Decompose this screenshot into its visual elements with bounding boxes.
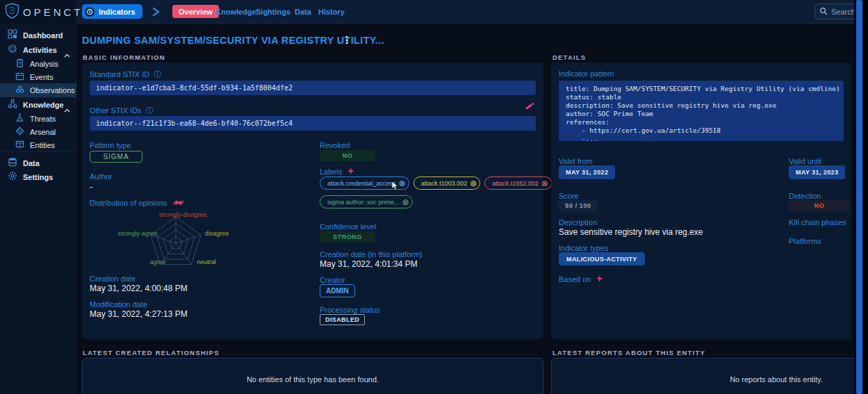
events-icon [15, 71, 24, 83]
score-label: Score [559, 192, 579, 200]
sidebar-item-label: Threats [30, 115, 56, 123]
description-label: Description [559, 218, 597, 227]
pattern-type-label: Pattern type [90, 141, 131, 149]
creation-date-label: Creation date [90, 274, 136, 283]
processing-status-label: Processing status [320, 306, 380, 314]
revoked-chip: NO [320, 150, 375, 161]
delete-label-icon[interactable]: ⊗ [541, 179, 548, 188]
sidebar-item-observations[interactable]: Observations [0, 83, 76, 97]
scrollbar-thumb[interactable] [856, 0, 862, 394]
other-stix-id-value: indicator--f21c1f3b-ea68-4de6-bf40-76c07… [90, 116, 536, 131]
sidebar-item-data[interactable]: Data [0, 156, 76, 170]
sidebar-item-entities[interactable]: Entities [0, 138, 76, 152]
page-title: DUMPING SAM/SYSTEM/SECURITY VIA REGISTRY… [82, 35, 384, 46]
gear-icon [8, 171, 17, 183]
delete-label-icon[interactable]: ⊗ [399, 179, 406, 188]
sidebar-item-events[interactable]: Events [0, 70, 76, 84]
label-chip[interactable]: attack.t1003.002 ⊗ [413, 177, 481, 190]
label-chip-text: attack.t1003.002 [421, 180, 468, 187]
relationships-header: LATEST CREATED RELATIONSHIPS [83, 349, 220, 356]
sidebar-item-knowledge[interactable]: Knowledge [0, 98, 76, 112]
radar-axis-label: disagree [205, 230, 229, 237]
modification-date-label: Modification date [90, 300, 147, 309]
relationships-panel: No entities of this type has been found. [82, 358, 543, 394]
breadcrumb-entity-chip[interactable]: Indicators [82, 4, 142, 19]
dashboard-icon [8, 29, 17, 42]
indicator-types-label: Indicator types [559, 244, 609, 252]
label-chip-text: attack.credential_access [327, 180, 396, 187]
info-icon[interactable]: ⓘ [154, 70, 161, 79]
pattern-type-chip: SIGMA [90, 151, 142, 163]
add-based-on-button[interactable]: + [596, 273, 602, 284]
labels-label: Labels+ [320, 167, 354, 176]
delete-label-icon[interactable]: ⊗ [470, 179, 477, 188]
sidebar-item-arsenal[interactable]: Arsenal [0, 125, 76, 139]
threats-icon [15, 113, 24, 125]
score-chip: 50 / 100 [559, 200, 598, 211]
top-bar: OPENCTI Indicators Overview Knowledge Si… [0, 0, 868, 24]
logo[interactable]: OPENCTI [0, 0, 76, 24]
sidebar-item-settings[interactable]: Settings [0, 170, 76, 184]
sidebar-item-label: Observations [30, 86, 75, 95]
tab-sightings[interactable]: Sightings [256, 8, 290, 16]
other-stix-ids-label: Other STIX IDsⓘ [90, 106, 154, 116]
creation-date-value: May 31, 2022, 4:00:48 PM [90, 284, 188, 293]
basic-info-header: BASIC INFORMATION [83, 54, 165, 61]
tab-history[interactable]: History [318, 8, 345, 16]
processing-status-chip: DISABLED [320, 314, 365, 325]
sidebar-item-analysis[interactable]: Analysis [0, 57, 76, 71]
sidebar-item-label: Events [30, 73, 54, 81]
sidebar-divider [0, 151, 76, 151]
sidebar-item-label: Activities [23, 46, 57, 54]
detection-label: Detection [789, 192, 821, 200]
mouse-cursor [391, 181, 399, 194]
opinions-radar-chart: strongly-disagree disagree neutral agree… [95, 210, 257, 274]
opencti-shield-icon [5, 3, 19, 22]
label-chip[interactable]: attack.t1552.002 ⊗ [484, 177, 552, 190]
creator-chip[interactable]: ADMIN [320, 284, 355, 297]
indicator-pattern-label: Indicator pattern [559, 69, 614, 78]
sidebar-item-threats[interactable]: Threats [0, 112, 76, 126]
label-chip[interactable]: sigma author: soc prime... ⊗ [320, 195, 413, 208]
sidebar-item-activities[interactable]: Activities [0, 43, 76, 57]
radar-axis-label: strongly-agree [117, 230, 158, 237]
revoked-label: Revoked [320, 141, 350, 149]
sidebar-item-label: Entities [30, 141, 55, 149]
info-icon[interactable]: ⓘ [146, 106, 154, 115]
platform-creation-date-label: Creation date (in this platform) [320, 250, 423, 258]
radar-web [95, 210, 257, 274]
valid-until-chip: MAY 31, 2023 [789, 165, 845, 179]
sidebar-item-label: Arsenal [30, 128, 56, 136]
details-header: DETAILS [552, 54, 586, 61]
entities-icon [15, 139, 24, 151]
tab-overview[interactable]: Overview [172, 5, 219, 18]
sidebar-item-dashboard[interactable]: Dashboard [0, 28, 76, 42]
modification-date-value: May 31, 2022, 4:27:13 PM [90, 309, 188, 319]
sidebar-item-label: Settings [23, 173, 53, 181]
reports-header: LATEST REPORTS ABOUT THIS ENTITY [552, 349, 705, 356]
platform-creation-date-value: May 31, 2022, 4:01:34 PM [320, 259, 418, 269]
indicator-type-chip: MALICIOUS-ACTIVITY [559, 252, 645, 265]
analysis-icon [15, 58, 24, 70]
opinions-label: Distribution of opinions [90, 199, 183, 208]
valid-from-label: Valid from [559, 157, 593, 165]
delete-label-icon[interactable]: ⊗ [402, 198, 409, 206]
activities-icon [8, 44, 17, 56]
knowledge-icon [8, 99, 17, 111]
breadcrumb-entity-label: Indicators [99, 8, 136, 16]
label-chip-text: attack.t1552.002 [492, 180, 539, 187]
indicator-pattern-code: title: Dumping SAM/SYSTEM/SECURITY via R… [559, 81, 844, 141]
confidence-chip: STRONG [320, 231, 375, 243]
label-chip-text: sigma author: soc prime... [327, 199, 400, 206]
tab-data[interactable]: Data [295, 8, 311, 16]
sidebar-item-label: Data [23, 159, 40, 167]
more-options-icon[interactable]: ⋮ [342, 34, 352, 45]
basic-info-panel: Standard STIX IDⓘ indicator--e1d7cba3-8c… [82, 63, 543, 339]
tab-knowledge[interactable]: Knowledge [215, 8, 256, 16]
thumbs-up-down-icon[interactable] [174, 200, 183, 208]
creator-label: Creator [320, 276, 345, 284]
detection-chip: NO [789, 200, 850, 211]
edit-pencil-icon[interactable] [525, 101, 534, 113]
add-label-button[interactable]: + [347, 165, 353, 177]
radar-axis-label: agree [149, 258, 165, 265]
